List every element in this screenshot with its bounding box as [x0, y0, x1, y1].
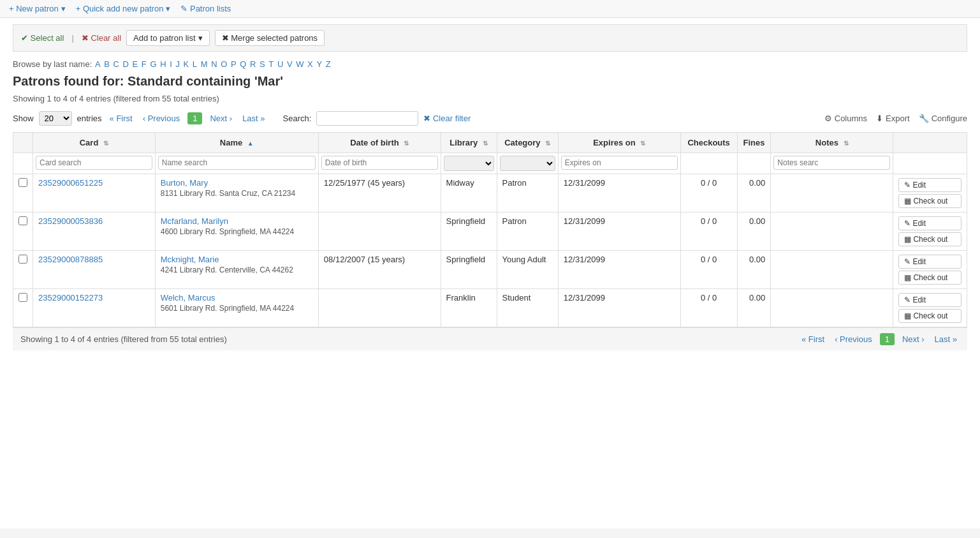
patron-expires: 12/31/2099 [558, 213, 680, 251]
clear-all-button[interactable]: ✖ Clear all [82, 33, 121, 43]
search-input[interactable] [316, 111, 418, 126]
patron-library: Springfield [441, 251, 497, 289]
current-page[interactable]: 1 [187, 112, 202, 124]
last-page-button[interactable]: Last » [240, 112, 267, 124]
patron-card-number[interactable]: 23529000152273 [38, 293, 103, 303]
patron-checkouts: 0 / 0 [680, 289, 737, 327]
merge-selected-patrons-button[interactable]: ✖ Merge selected patrons [215, 30, 325, 46]
browse-letter-a[interactable]: A [95, 59, 101, 69]
row-checkbox-3[interactable] [18, 293, 27, 302]
checkout-patron-button[interactable]: ▦ Check out [898, 271, 962, 285]
row-checkbox-2[interactable] [18, 255, 27, 264]
row-checkbox-0[interactable] [18, 178, 27, 187]
patron-card-number[interactable]: 23529000878885 [38, 255, 103, 264]
prev-page-button[interactable]: ‹ Previous [140, 112, 183, 124]
browse-letter-q[interactable]: Q [240, 59, 246, 69]
edit-patron-button[interactable]: ✎ Edit [898, 216, 962, 230]
library-header[interactable]: Library ⇅ [441, 133, 497, 153]
select-all-button[interactable]: ✔ Select all [21, 33, 64, 43]
dob-header[interactable]: Date of birth ⇅ [318, 133, 441, 153]
patron-name-link[interactable]: Welch, Marcus [161, 293, 216, 303]
bottom-current-page[interactable]: 1 [880, 333, 895, 345]
browse-letter-v[interactable]: V [287, 59, 293, 69]
quick-add-dropdown-icon[interactable]: ▾ [166, 4, 170, 13]
browse-letter-n[interactable]: N [211, 59, 217, 69]
new-patron-nav[interactable]: + New patron ▾ [9, 4, 66, 13]
export-label: Export [886, 114, 910, 123]
edit-patron-button[interactable]: ✎ Edit [898, 293, 962, 307]
notes-header[interactable]: Notes ⇅ [771, 133, 893, 153]
expires-filter-input[interactable] [561, 156, 678, 170]
browse-letter-s[interactable]: S [260, 59, 265, 69]
dob-filter-input[interactable] [321, 156, 438, 170]
patron-card-number[interactable]: 23529000651225 [38, 178, 103, 188]
columns-button[interactable]: ⚙ Columns [824, 114, 867, 123]
browse-letter-b[interactable]: B [104, 59, 110, 69]
browse-letter-w[interactable]: W [296, 59, 304, 69]
checkout-patron-button[interactable]: ▦ Check out [898, 309, 962, 323]
fines-header: Fines [737, 133, 771, 153]
card-filter-input[interactable] [36, 156, 152, 170]
name-header[interactable]: Name ▲ [155, 133, 318, 153]
browse-letter-p[interactable]: P [231, 59, 237, 69]
separator: | [71, 33, 73, 43]
add-to-patron-list-button[interactable]: Add to patron list ▾ [126, 30, 210, 46]
showing-info-top: Showing 1 to 4 of 4 entries (filtered fr… [13, 94, 967, 103]
browse-letter-y[interactable]: Y [316, 59, 322, 69]
patron-dob [318, 289, 441, 327]
name-filter-input[interactable] [158, 156, 316, 170]
export-button[interactable]: ⬇ Export [876, 114, 910, 123]
show-entries-select[interactable]: 20 10 50 100 [39, 111, 72, 126]
checkout-patron-button[interactable]: ▦ Check out [898, 194, 962, 208]
configure-button[interactable]: 🔧 Configure [919, 114, 967, 123]
patron-library: Franklin [441, 289, 497, 327]
browse-letter-l[interactable]: L [193, 59, 197, 69]
patron-fines: 0.00 [737, 289, 771, 327]
edit-patron-button[interactable]: ✎ Edit [898, 178, 962, 192]
browse-letter-h[interactable]: H [160, 59, 166, 69]
category-filter-select[interactable] [500, 156, 555, 171]
patron-card-number[interactable]: 23529000053836 [38, 216, 103, 226]
browse-letter-z[interactable]: Z [326, 59, 331, 69]
patron-name-link[interactable]: Burton, Mary [161, 178, 208, 188]
browse-letter-d[interactable]: D [123, 59, 129, 69]
browse-letter-e[interactable]: E [133, 59, 138, 69]
bottom-last-button[interactable]: Last » [932, 333, 960, 345]
patron-lists-nav[interactable]: ✎ Patron lists [180, 4, 231, 13]
browse-letter-k[interactable]: K [184, 59, 189, 69]
bottom-prev-button[interactable]: ‹ Previous [832, 333, 875, 345]
patron-name-link[interactable]: Mcknight, Marie [161, 255, 219, 264]
first-page-button[interactable]: « First [107, 112, 135, 124]
new-patron-dropdown-icon[interactable]: ▾ [61, 4, 66, 13]
filter-row [13, 153, 967, 174]
notes-filter-cell [771, 153, 893, 174]
expires-header[interactable]: Expires on ⇅ [558, 133, 680, 153]
browse-letter-g[interactable]: G [150, 59, 156, 69]
browse-letter-c[interactable]: C [113, 59, 119, 69]
browse-letter-m[interactable]: M [201, 59, 208, 69]
patron-name-link[interactable]: Mcfarland, Marilyn [161, 216, 228, 226]
browse-letter-r[interactable]: R [250, 59, 256, 69]
card-header[interactable]: Card ⇅ [33, 133, 156, 153]
next-page-button[interactable]: Next › [207, 112, 235, 124]
edit-patron-button[interactable]: ✎ Edit [898, 255, 962, 269]
library-filter-select[interactable] [444, 156, 494, 171]
browse-letter-f[interactable]: F [142, 59, 147, 69]
patron-library: Midway [441, 174, 497, 213]
browse-letter-x[interactable]: X [307, 59, 313, 69]
row-checkbox-1[interactable] [18, 216, 27, 225]
browse-letter-j[interactable]: J [175, 59, 180, 69]
quick-add-patron-nav[interactable]: + Quick add new patron ▾ [76, 4, 171, 13]
browse-letter-t[interactable]: T [268, 59, 274, 69]
add-to-patron-dropdown-icon: ▾ [198, 33, 203, 43]
notes-filter-input[interactable] [773, 156, 890, 170]
checkout-patron-button[interactable]: ▦ Check out [898, 232, 962, 246]
browse-letter-o[interactable]: O [221, 59, 227, 69]
category-sort-icon: ⇅ [545, 140, 550, 147]
bottom-next-button[interactable]: Next › [900, 333, 927, 345]
clear-filter-button[interactable]: ✖ Clear filter [423, 114, 471, 123]
browse-letter-i[interactable]: I [170, 59, 172, 69]
browse-letter-u[interactable]: U [277, 59, 283, 69]
bottom-first-button[interactable]: « First [799, 333, 827, 345]
category-header[interactable]: Category ⇅ [497, 133, 558, 153]
